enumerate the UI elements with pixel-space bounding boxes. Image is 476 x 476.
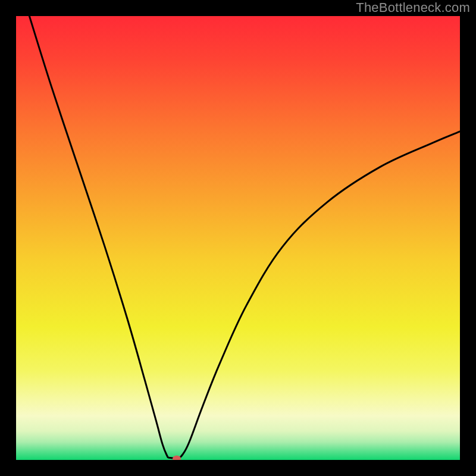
watermark-text: TheBottleneck.com bbox=[356, 0, 470, 15]
plot-svg bbox=[16, 16, 460, 460]
optimum-marker bbox=[173, 455, 181, 460]
plot-area bbox=[16, 16, 460, 460]
gradient-background bbox=[16, 16, 460, 460]
chart-frame: TheBottleneck.com bbox=[0, 0, 476, 476]
